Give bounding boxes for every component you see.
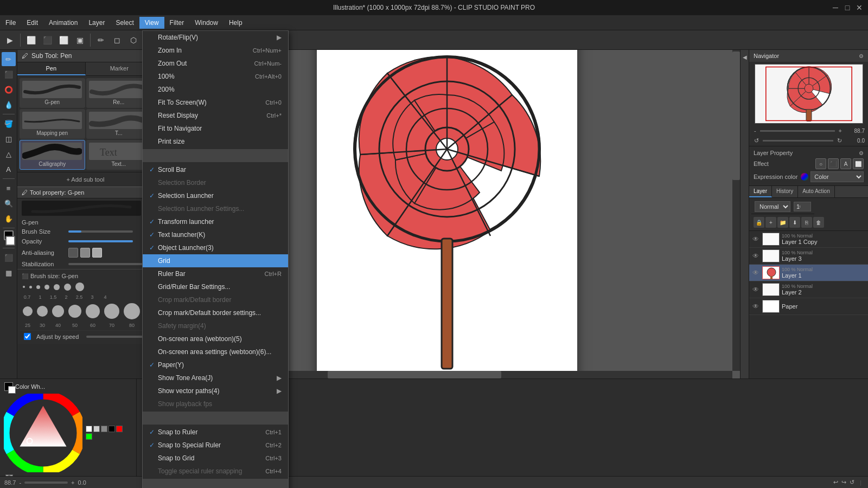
label-rotate-flip: Rotate/Flip(V)	[158, 34, 277, 41]
menu-crop-border-settings[interactable]: Crop mark/Default border settings...	[143, 306, 288, 319]
menu-snap-special-ruler[interactable]: ✓ Snap to Special Ruler Ctrl+2	[143, 439, 288, 452]
label-200pct: 200%	[158, 86, 282, 93]
label-fit-screen: Fit To Screen(W)	[158, 99, 261, 106]
menu-snap-to-ruler[interactable]: ✓ Snap to Ruler Ctrl+1	[143, 426, 288, 439]
menu-selection-launcher-settings: Selection Launcher Settings...	[143, 202, 288, 215]
view-menu: Rotate/Flip(V) ▶ Zoom In Ctrl+Num+ Zoom …	[142, 30, 289, 488]
menu-text-launcher[interactable]: ✓ Text launcher(K)	[143, 228, 288, 241]
label-sl-settings: Selection Launcher Settings...	[158, 205, 282, 213]
menu-print-size[interactable]: Print size	[143, 135, 288, 148]
shortcut-toggle-special-ruler: Ctrl+4	[265, 468, 282, 474]
label-reset-display: Reset Display	[158, 112, 262, 119]
menu-grid-ruler-settings[interactable]: Grid/Ruler Bar Settings...	[143, 280, 288, 293]
label-paper: Paper(Y)	[158, 361, 282, 369]
check-snap-ruler: ✓	[149, 428, 158, 436]
arrow-tone-area: ▶	[277, 374, 282, 382]
menu-zoom-out[interactable]: Zoom Out Ctrl+Num-	[143, 57, 288, 70]
label-crop-border: Crop mark/Default border	[158, 296, 282, 304]
menu-grid[interactable]: Grid	[143, 254, 288, 267]
label-scroll-bar: Scroll Bar	[158, 166, 282, 174]
label-snap-grid: Snap to Grid	[158, 454, 261, 462]
menu-show-vector-paths[interactable]: Show vector paths(4) ▶	[143, 384, 288, 397]
menu-fit-to-navigator[interactable]: Fit to Navigator	[143, 122, 288, 135]
menu-scroll-bar[interactable]: ✓ Scroll Bar	[143, 163, 288, 176]
label-zoom-in: Zoom In	[158, 47, 248, 54]
label-toggle-special-ruler: Toggle special ruler snapping	[158, 467, 261, 475]
menu-show-tone-area[interactable]: Show Tone Area(J) ▶	[143, 371, 288, 384]
dropdown-overlay[interactable]	[0, 0, 868, 488]
check-transform-launcher: ✓	[149, 218, 158, 226]
check-paper: ✓	[149, 361, 158, 369]
label-on-screen-settings: On-screen area settings (webtoon)(6)...	[158, 348, 282, 356]
menu-zoom-in[interactable]: Zoom In Ctrl+Num+	[143, 44, 288, 57]
label-ruler-bar: Ruler Bar	[158, 270, 260, 278]
label-zoom-out: Zoom Out	[158, 60, 250, 67]
shortcut-zoom-in: Ctrl+Num+	[253, 47, 282, 54]
menu-on-screen-area[interactable]: On-screen area (webtoon)(5)	[143, 332, 288, 345]
label-snap-ruler: Snap to Ruler	[158, 428, 261, 436]
label-print-size: Print size	[158, 138, 282, 145]
arrow-rotate-flip: ▶	[277, 34, 282, 41]
menu-selection-border: Selection Border	[143, 176, 288, 189]
menu-100pct[interactable]: 100% Ctrl+Alt+0	[143, 70, 288, 83]
shortcut-100pct: Ctrl+Alt+0	[255, 73, 282, 80]
menu-on-screen-settings[interactable]: On-screen area settings (webtoon)(6)...	[143, 345, 288, 358]
menu-sep-3	[143, 479, 288, 488]
shortcut-fit-screen: Ctrl+0	[265, 99, 282, 106]
label-safety-margin: Safety margin(4)	[158, 322, 282, 330]
menu-selection-launcher[interactable]: ✓ Selection Launcher	[143, 189, 288, 202]
menu-sep-2	[143, 412, 288, 425]
label-100pct: 100%	[158, 73, 251, 80]
menu-sep-1	[143, 149, 288, 162]
check-selection-launcher: ✓	[149, 192, 158, 200]
label-on-screen: On-screen area (webtoon)(5)	[158, 335, 282, 343]
check-scroll-bar: ✓	[149, 166, 158, 174]
check-text-launcher: ✓	[149, 231, 158, 239]
shortcut-snap-ruler: Ctrl+1	[265, 429, 282, 435]
label-tone-area: Show Tone Area(J)	[158, 374, 277, 382]
label-grid: Grid	[158, 257, 282, 265]
menu-object-launcher[interactable]: ✓ Object Launcher(3)	[143, 241, 288, 254]
shortcut-zoom-out: Ctrl+Num-	[254, 60, 282, 67]
menu-paper[interactable]: ✓ Paper(Y)	[143, 358, 288, 371]
arrow-vector-paths: ▶	[277, 387, 282, 395]
check-object-launcher: ✓	[149, 244, 158, 252]
shortcut-snap-special-ruler: Ctrl+2	[265, 442, 282, 448]
label-text-launcher: Text launcher(K)	[158, 231, 282, 239]
label-vector-paths: Show vector paths(4)	[158, 387, 277, 395]
menu-safety-margin: Safety margin(4)	[143, 319, 288, 332]
menu-rotate-flip[interactable]: Rotate/Flip(V) ▶	[143, 31, 288, 44]
label-selection-launcher: Selection Launcher	[158, 192, 282, 200]
menu-200pct[interactable]: 200%	[143, 83, 288, 96]
label-transform-launcher: Transform launcher	[158, 218, 282, 226]
shortcut-reset-display: Ctrl+*	[266, 112, 282, 119]
menu-crop-border: Crop mark/Default border	[143, 293, 288, 306]
check-snap-special-ruler: ✓	[149, 441, 158, 449]
menu-snap-to-grid[interactable]: Snap to Grid Ctrl+3	[143, 452, 288, 465]
shortcut-snap-grid: Ctrl+3	[265, 455, 282, 461]
menu-fit-to-screen[interactable]: Fit To Screen(W) Ctrl+0	[143, 96, 288, 109]
menu-reset-display[interactable]: Reset Display Ctrl+*	[143, 109, 288, 122]
label-selection-border: Selection Border	[158, 179, 282, 187]
shortcut-ruler-bar: Ctrl+R	[265, 271, 282, 277]
label-fps: Show playback fps	[158, 400, 282, 408]
menu-transform-launcher[interactable]: ✓ Transform launcher	[143, 215, 288, 228]
label-snap-special-ruler: Snap to Special Ruler	[158, 441, 261, 449]
menu-ruler-bar[interactable]: Ruler Bar Ctrl+R	[143, 267, 288, 280]
label-fit-nav: Fit to Navigator	[158, 125, 282, 132]
label-grid-ruler: Grid/Ruler Bar Settings...	[158, 283, 282, 291]
label-object-launcher: Object Launcher(3)	[158, 244, 282, 252]
menu-show-fps: Show playback fps	[143, 397, 288, 410]
label-crop-border-settings: Crop mark/Default border settings...	[158, 309, 282, 317]
menu-toggle-special-ruler: Toggle special ruler snapping Ctrl+4	[143, 465, 288, 478]
